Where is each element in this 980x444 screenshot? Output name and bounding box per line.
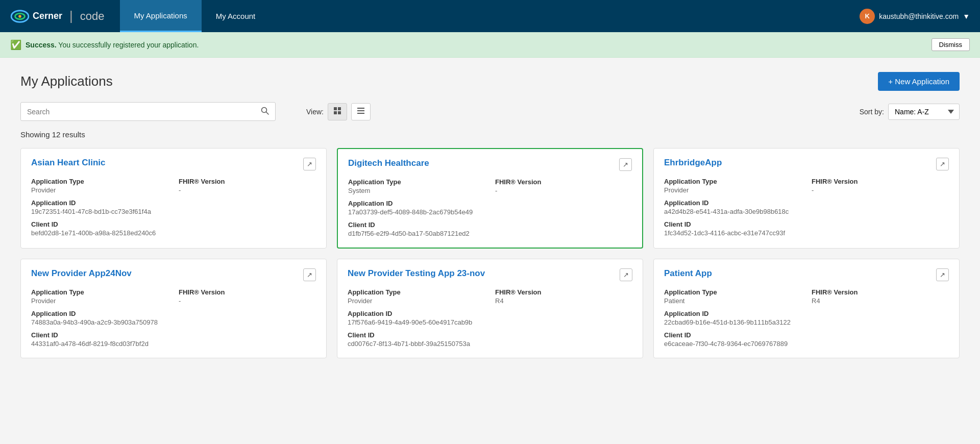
controls-row: View: Sort by: Name: A-Z <box>20 102 960 121</box>
app-id-value: 17f576a6-9419-4a49-90e5-60e4917cab9b <box>348 318 632 326</box>
client-id-value: cd0076c7-8f13-4b71-bbbf-39a25150753a <box>348 340 632 348</box>
external-link-icon[interactable]: ↗ <box>620 268 632 281</box>
client-id-label: Client ID <box>664 331 949 339</box>
client-id-group: Client ID 44331af0-a478-46df-8219-f8cd03… <box>31 331 316 348</box>
app-id-value: a42d4b28-e541-431a-adfa-30e9b98b618c <box>664 208 949 215</box>
nav-my-applications[interactable]: My Applications <box>120 0 202 32</box>
app-card-title[interactable]: Digitech Healthcare <box>348 158 429 168</box>
fhir-version-label: FHIR® Version <box>812 288 949 296</box>
fhir-version-value: - <box>179 297 316 305</box>
app-type-value: Patient <box>664 297 801 305</box>
client-id-group: Client ID 1fc34d52-1dc3-4116-acbc-e31e74… <box>664 220 949 237</box>
brand-logo: Cerner | code <box>10 8 105 24</box>
client-id-label: Client ID <box>348 331 632 339</box>
client-id-group: Client ID e6caceae-7f30-4c78-9364-ec7069… <box>664 331 949 348</box>
apps-grid: Asian Heart Clinic ↗ Application Type Pr… <box>20 148 960 358</box>
fhir-version-group: FHIR® Version R4 <box>495 288 632 305</box>
search-button[interactable] <box>255 103 275 120</box>
app-type-label: Application Type <box>664 178 801 185</box>
app-id-value: 74883a0a-94b3-490a-a2c9-3b903a750978 <box>31 318 316 326</box>
success-banner: ✅ Success. You successfully registered y… <box>0 32 980 58</box>
fhir-version-label: FHIR® Version <box>812 178 949 185</box>
app-details: Application Type Provider FHIR® Version … <box>31 288 316 348</box>
app-card-header: Digitech Healthcare ↗ <box>348 158 632 171</box>
app-type-value: Provider <box>348 297 485 305</box>
results-count: Showing 12 results <box>20 130 960 139</box>
app-type-group: Application Type Provider <box>31 288 168 305</box>
app-card-title[interactable]: New Provider Testing App 23-nov <box>348 268 485 279</box>
app-type-label: Application Type <box>348 178 485 186</box>
app-card-header: Asian Heart Clinic ↗ <box>31 158 316 170</box>
svg-rect-5 <box>334 107 337 110</box>
app-type-value: Provider <box>31 186 168 194</box>
fhir-version-group: FHIR® Version - <box>179 288 316 305</box>
app-id-label: Application ID <box>31 310 316 317</box>
external-link-icon[interactable]: ↗ <box>619 158 632 171</box>
app-id-group: Application ID 17f576a6-9419-4a49-90e5-6… <box>348 310 632 326</box>
client-id-value: 44331af0-a478-46df-8219-f8cd03f7bf2d <box>31 340 316 348</box>
page-title: My Applications <box>20 73 878 89</box>
list-view-button[interactable] <box>351 103 371 120</box>
client-id-value: e6caceae-7f30-4c78-9364-ec7069767889 <box>664 340 949 348</box>
user-menu[interactable]: K kaustubh@thinkitive.com ▼ <box>860 9 970 24</box>
external-link-icon[interactable]: ↗ <box>303 158 316 170</box>
svg-rect-10 <box>357 110 364 111</box>
client-id-group: Client ID d1fb7f56-e2f9-4d50-ba17-50ab87… <box>348 221 632 237</box>
nav-links: My Applications My Account <box>120 0 860 32</box>
avatar: K <box>860 9 875 24</box>
client-id-value: 1fc34d52-1dc3-4116-acbc-e31e747cc93f <box>664 229 949 237</box>
external-link-icon[interactable]: ↗ <box>303 268 316 281</box>
app-id-label: Application ID <box>664 199 949 207</box>
app-card-header: Patient App ↗ <box>664 268 949 281</box>
app-card-header: EhrbridgeApp ↗ <box>664 158 949 170</box>
main-content: My Applications + New Application View: <box>0 58 980 444</box>
list-icon <box>357 107 365 115</box>
new-application-button[interactable]: + New Application <box>878 72 960 91</box>
app-details: Application Type Provider FHIR® Version … <box>348 288 632 348</box>
sort-select[interactable]: Name: A-Z Name: Z-A Date Created <box>888 104 960 120</box>
app-card: Patient App ↗ Application Type Patient F… <box>653 259 960 358</box>
app-card: EhrbridgeApp ↗ Application Type Provider… <box>653 148 960 249</box>
app-type-group: Application Type Patient <box>664 288 801 305</box>
success-check-icon: ✅ <box>10 39 21 51</box>
sort-label: Sort by: <box>860 108 884 116</box>
external-link-icon[interactable]: ↗ <box>936 268 949 281</box>
app-id-group: Application ID 22cbad69-b16e-451d-b136-9… <box>664 310 949 326</box>
app-card-title[interactable]: Patient App <box>664 268 712 279</box>
app-id-group: Application ID a42d4b28-e541-431a-adfa-3… <box>664 199 949 215</box>
svg-rect-6 <box>338 107 341 110</box>
grid-view-button[interactable] <box>328 103 347 120</box>
client-id-group: Client ID befd02d8-1e71-400b-a98a-82518e… <box>31 220 316 237</box>
client-id-label: Client ID <box>348 221 632 229</box>
fhir-version-group: FHIR® Version - <box>812 178 949 194</box>
app-id-group: Application ID 19c72351-f401-47c8-bd1b-c… <box>31 199 316 215</box>
dismiss-button[interactable]: Dismiss <box>932 38 970 51</box>
fhir-version-label: FHIR® Version <box>179 288 316 296</box>
client-id-value: d1fb7f56-e2f9-4d50-ba17-50ab87121ed2 <box>348 230 632 237</box>
app-details: Application Type System FHIR® Version - … <box>348 178 632 237</box>
client-id-label: Client ID <box>31 331 316 339</box>
app-card-title[interactable]: EhrbridgeApp <box>664 158 722 168</box>
app-card-title[interactable]: New Provider App24Nov <box>31 268 132 279</box>
fhir-version-value: - <box>495 187 632 194</box>
fhir-version-group: FHIR® Version - <box>495 178 632 194</box>
brand-divider: | <box>69 8 73 24</box>
page-header: My Applications + New Application <box>20 72 960 91</box>
fhir-version-group: FHIR® Version - <box>179 178 316 194</box>
search-input[interactable] <box>21 104 255 120</box>
nav-my-account[interactable]: My Account <box>202 0 270 32</box>
dropdown-arrow-icon: ▼ <box>963 12 970 20</box>
cerner-brand-text: Cerner <box>33 11 62 21</box>
app-id-label: Application ID <box>664 310 949 317</box>
svg-rect-9 <box>357 108 364 109</box>
app-id-value: 17a03739-def5-4089-848b-2ac679b54e49 <box>348 208 632 216</box>
external-link-icon[interactable]: ↗ <box>936 158 949 170</box>
user-email: kaustubh@thinkitive.com <box>879 12 959 20</box>
app-type-label: Application Type <box>31 178 168 185</box>
client-id-label: Client ID <box>31 220 316 228</box>
app-details: Application Type Provider FHIR® Version … <box>31 178 316 237</box>
sort-section: Sort by: Name: A-Z Name: Z-A Date Create… <box>860 104 960 120</box>
grid-icon <box>333 107 341 115</box>
navbar: Cerner | code My Applications My Account… <box>0 0 980 32</box>
app-card-title[interactable]: Asian Heart Clinic <box>31 158 106 168</box>
